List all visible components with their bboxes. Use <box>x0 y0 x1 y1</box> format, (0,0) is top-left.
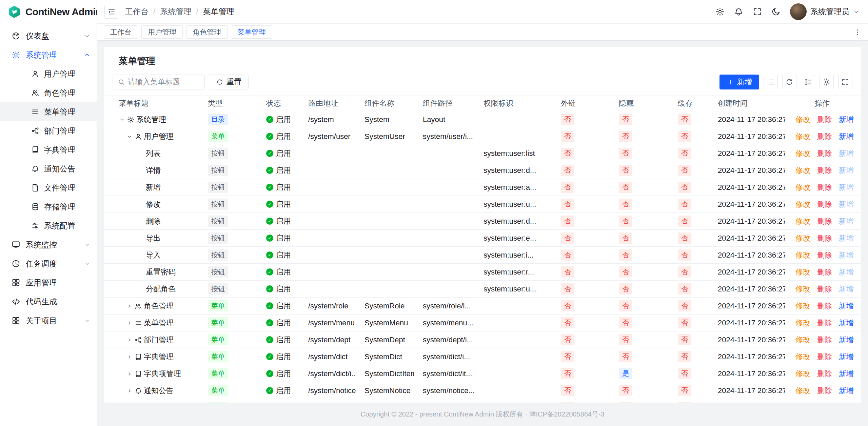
modify-link[interactable]: 修改 <box>795 336 810 344</box>
chev-right-icon[interactable] <box>126 371 133 377</box>
modify-link[interactable]: 修改 <box>795 115 810 124</box>
sidebar-item-system[interactable]: 系统管理 <box>0 45 97 64</box>
tab-more-icon[interactable] <box>854 28 861 36</box>
table-fullscreen-button[interactable] <box>838 75 852 89</box>
modify-link[interactable]: 修改 <box>795 183 810 191</box>
add-link[interactable]: 新增 <box>839 352 854 361</box>
modify-link[interactable]: 修改 <box>795 369 810 378</box>
modify-link[interactable]: 修改 <box>795 319 810 327</box>
add-link[interactable]: 新增 <box>839 369 854 378</box>
sidebar-item-schedule[interactable]: 任务调度 <box>0 254 97 273</box>
delete-link[interactable]: 删除 <box>817 132 832 141</box>
modify-link[interactable]: 修改 <box>795 352 810 361</box>
add-link[interactable]: 新增 <box>839 115 854 124</box>
theme-toggle-icon[interactable] <box>771 7 781 16</box>
chev-right-icon[interactable] <box>126 303 133 309</box>
delete-link[interactable]: 删除 <box>817 149 832 158</box>
chev-down-icon[interactable] <box>119 117 125 123</box>
tab-3[interactable]: 菜单管理 <box>231 25 272 39</box>
breadcrumb-item[interactable]: 系统管理 <box>160 6 191 17</box>
fullscreen-icon[interactable] <box>753 7 762 16</box>
modify-link[interactable]: 修改 <box>795 386 810 395</box>
delete-link[interactable]: 删除 <box>817 234 832 242</box>
sidebar-item-codegen[interactable]: 代码生成 <box>0 292 97 311</box>
breadcrumb-item[interactable]: 工作台 <box>125 6 149 17</box>
modify-link[interactable]: 修改 <box>795 251 810 259</box>
logo[interactable]: ContiNew Admin <box>0 0 97 24</box>
status-cell: ✓启用 <box>257 111 299 128</box>
modify-link[interactable]: 修改 <box>795 302 810 310</box>
delete-link[interactable]: 删除 <box>817 268 832 276</box>
breadcrumb-item[interactable]: 菜单管理 <box>203 6 234 17</box>
delete-link[interactable]: 删除 <box>817 115 832 124</box>
delete-link[interactable]: 删除 <box>817 369 832 378</box>
add-link[interactable]: 新增 <box>839 319 854 327</box>
sidebar-item-monitor[interactable]: 系统监控 <box>0 235 97 254</box>
delete-link[interactable]: 删除 <box>817 319 832 327</box>
notifications-icon[interactable] <box>734 7 743 16</box>
modify-link[interactable]: 修改 <box>795 149 810 158</box>
delete-link[interactable]: 删除 <box>817 251 832 259</box>
modify-link[interactable]: 修改 <box>795 217 810 225</box>
row-height-button[interactable] <box>801 75 815 89</box>
delete-link[interactable]: 删除 <box>817 166 832 175</box>
tree-cell: 导入 <box>104 247 199 263</box>
sidebar-item-notice[interactable]: 通知公告 <box>0 159 97 178</box>
delete-link[interactable]: 删除 <box>817 302 832 310</box>
yn-badge: 是 <box>619 368 632 379</box>
sidebar-item-dept[interactable]: 部门管理 <box>0 121 97 140</box>
sidebar-item-config[interactable]: 系统配置 <box>0 216 97 235</box>
delete-link[interactable]: 删除 <box>817 217 832 225</box>
delete-link[interactable]: 删除 <box>817 183 832 191</box>
tab-2[interactable]: 角色管理 <box>186 25 228 39</box>
user-menu[interactable]: 系统管理员 <box>790 3 859 20</box>
tab-0[interactable]: 工作台 <box>104 25 138 39</box>
actions-cell: 修改删除新增 <box>785 128 861 145</box>
add-link[interactable]: 新增 <box>839 386 854 395</box>
refresh-table-button[interactable] <box>782 75 796 89</box>
column-settings-button[interactable] <box>820 75 834 89</box>
settings-icon[interactable] <box>715 7 725 16</box>
sidebar-item-user[interactable]: 用户管理 <box>0 64 97 83</box>
sidebar-item-dict[interactable]: 字典管理 <box>0 140 97 159</box>
modify-link[interactable]: 修改 <box>795 268 810 276</box>
bulk-list-button[interactable] <box>764 75 778 89</box>
reset-button[interactable]: 重置 <box>209 75 249 89</box>
delete-link[interactable]: 删除 <box>817 200 832 208</box>
chev-down-icon[interactable] <box>126 134 133 140</box>
sidebar-item-apps[interactable]: 应用管理 <box>0 273 97 292</box>
delete-link[interactable]: 删除 <box>817 285 832 293</box>
delete-link[interactable]: 删除 <box>817 386 832 395</box>
add-link[interactable]: 新增 <box>839 302 854 310</box>
dept-icon <box>31 127 39 135</box>
delete-link[interactable]: 删除 <box>817 336 832 344</box>
cache-cell: 否 <box>669 145 709 162</box>
chev-right-icon[interactable] <box>126 337 133 343</box>
yn-badge: 否 <box>561 131 574 142</box>
chev-right-icon[interactable] <box>126 354 133 360</box>
sidebar-item-menu[interactable]: 菜单管理 <box>0 102 97 121</box>
cache-cell: 否 <box>669 196 709 213</box>
table-row: 导出按钮✓启用system:user:e...否否否2024-11-17 20:… <box>104 230 861 247</box>
app: ContiNew Admin 仪表盘系统管理用户管理角色管理菜单管理部门管理字典… <box>0 0 868 426</box>
sidebar-item-role[interactable]: 角色管理 <box>0 83 97 102</box>
sidebar-collapse-button[interactable] <box>104 5 118 19</box>
modify-link[interactable]: 修改 <box>795 132 810 141</box>
add-link[interactable]: 新增 <box>839 132 854 141</box>
sidebar-item-dashboard[interactable]: 仪表盘 <box>0 26 97 45</box>
modify-link[interactable]: 修改 <box>795 285 810 293</box>
avatar[interactable] <box>790 3 807 20</box>
add-button[interactable]: 新增 <box>719 75 759 89</box>
modify-link[interactable]: 修改 <box>795 200 810 208</box>
sidebar-item-storage[interactable]: 存储管理 <box>0 197 97 216</box>
chev-right-icon[interactable] <box>126 388 133 394</box>
tab-1[interactable]: 用户管理 <box>141 25 183 39</box>
delete-link[interactable]: 删除 <box>817 352 832 361</box>
modify-link[interactable]: 修改 <box>795 166 810 175</box>
sidebar-item-file[interactable]: 文件管理 <box>0 178 97 197</box>
sidebar-item-about[interactable]: 关于项目 <box>0 311 97 330</box>
search-input[interactable] <box>128 78 202 86</box>
modify-link[interactable]: 修改 <box>795 234 810 242</box>
add-link[interactable]: 新增 <box>839 336 854 344</box>
chev-right-icon[interactable] <box>126 320 133 326</box>
